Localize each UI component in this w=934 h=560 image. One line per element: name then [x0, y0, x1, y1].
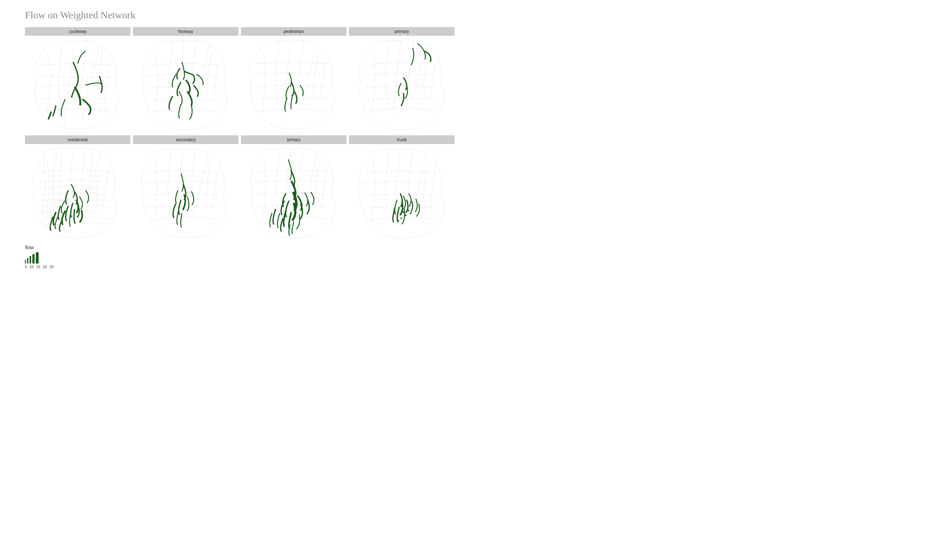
- svg-point-0: [402, 211, 404, 213]
- map-area-primary: [349, 37, 455, 130]
- legend-labels: 5 10 15 20 25: [25, 265, 54, 269]
- map-label-footway: footway: [133, 27, 239, 36]
- svg-point-4: [398, 220, 399, 221]
- page-title: Flow on Weighted Network: [25, 9, 455, 21]
- map-area-cycleway: [25, 37, 131, 130]
- legend-label-10: 10: [29, 265, 34, 269]
- map-label-primary: primary: [349, 27, 455, 36]
- map-cell-secondary: secondary: [133, 135, 239, 238]
- legend-bar-5: [25, 260, 26, 263]
- legend-section: flow 5 10 15 20 25: [25, 245, 455, 269]
- legend-bar-25: [36, 252, 39, 263]
- legend-title: flow: [25, 245, 34, 251]
- map-area-trunk: [349, 145, 455, 238]
- legend-label-5: 5: [25, 265, 27, 269]
- map-cell-footway: footway: [133, 27, 239, 130]
- svg-point-6: [397, 215, 398, 217]
- legend-bars: [25, 252, 39, 263]
- svg-point-3: [408, 210, 409, 211]
- legend-bar-10: [27, 258, 28, 263]
- map-area-secondary: [133, 145, 239, 238]
- row2-grid: residential: [25, 135, 455, 238]
- map-cell-cycleway: cycleway: [25, 27, 131, 130]
- legend-label-25: 25: [49, 265, 54, 269]
- svg-point-5: [412, 205, 413, 206]
- map-area-pedestrian: [241, 37, 347, 130]
- legend-bar-15: [29, 256, 31, 263]
- svg-point-1: [404, 214, 406, 216]
- map-cell-residential: residential: [25, 135, 131, 238]
- map-label-cycleway: cycleway: [25, 27, 131, 36]
- legend-label-20: 20: [43, 265, 47, 269]
- row1-grid: cycleway: [25, 27, 455, 130]
- svg-point-2: [401, 217, 402, 219]
- map-cell-pedestrian: pedestrian: [241, 27, 347, 130]
- map-area-residential: [25, 145, 131, 238]
- legend-label-15: 15: [36, 265, 40, 269]
- map-cell-primary: primary: [349, 27, 455, 130]
- map-label-trunk: trunk: [349, 135, 455, 144]
- map-cell-tertiary: tertiary: [241, 135, 347, 238]
- map-area-footway: [133, 37, 239, 130]
- legend-bar-20: [32, 254, 35, 263]
- map-label-residential: residential: [25, 135, 131, 144]
- map-label-secondary: secondary: [133, 135, 239, 144]
- map-label-tertiary: tertiary: [241, 135, 347, 144]
- map-area-tertiary: [241, 145, 347, 238]
- map-cell-trunk: trunk: [349, 135, 455, 238]
- map-label-pedestrian: pedestrian: [241, 27, 347, 36]
